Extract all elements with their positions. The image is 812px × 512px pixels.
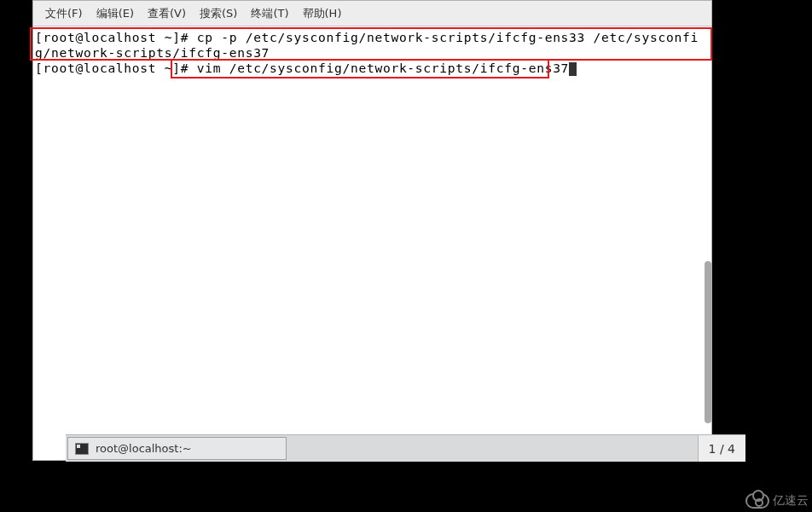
command-vim: vim /etc/sysconfig/network-scripts/ifcfg… (197, 61, 569, 75)
watermark-text: 亿速云 (773, 493, 809, 509)
menu-edit[interactable]: 编辑(E) (90, 3, 141, 25)
cloud-icon (745, 493, 769, 509)
menu-search[interactable]: 搜索(S) (193, 3, 244, 25)
menu-view[interactable]: 查看(V) (141, 3, 193, 25)
task-button-label: root@localhost:~ (96, 442, 192, 455)
page-indicator[interactable]: 1 / 4 (698, 435, 745, 462)
taskbar-spacer (288, 435, 698, 462)
menu-bar: 文件(F) 编辑(E) 查看(V) 搜索(S) 终端(T) 帮助(H) (33, 1, 711, 26)
prompt-line-1: [root@localhost ~]# (35, 30, 197, 44)
terminal-area[interactable]: [root@localhost ~]# cp -p /etc/sysconfig… (33, 26, 711, 460)
menu-help[interactable]: 帮助(H) (296, 3, 349, 25)
terminal-window: 文件(F) 编辑(E) 查看(V) 搜索(S) 终端(T) 帮助(H) [roo… (32, 0, 712, 461)
vertical-scrollbar[interactable] (705, 261, 711, 423)
terminal-icon (75, 443, 89, 455)
task-button-terminal[interactable]: root@localhost:~ (67, 437, 287, 460)
menu-file[interactable]: 文件(F) (38, 3, 90, 25)
menu-terminal[interactable]: 终端(T) (244, 3, 295, 25)
watermark: 亿速云 (745, 493, 809, 509)
prompt-line-2: [root@localhost ~]# (35, 61, 197, 75)
text-cursor (569, 62, 577, 76)
taskbar: root@localhost:~ 1 / 4 (66, 434, 745, 462)
terminal-content[interactable]: [root@localhost ~]# cp -p /etc/sysconfig… (33, 26, 711, 460)
